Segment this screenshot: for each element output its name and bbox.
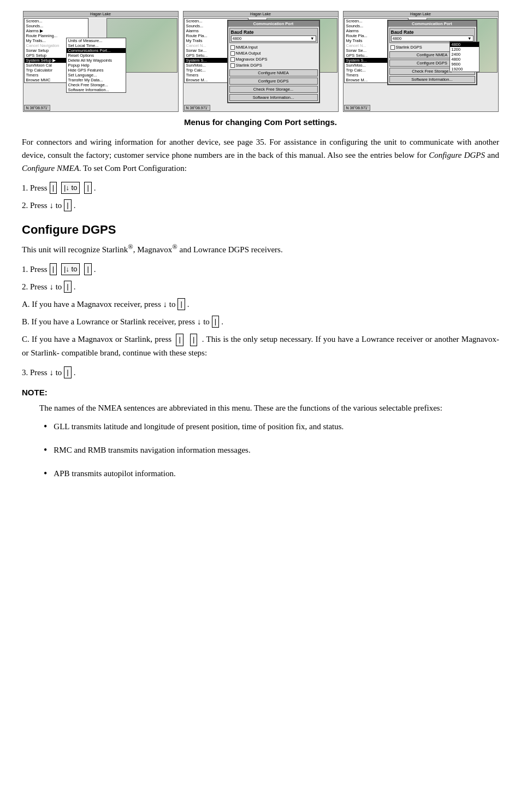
menu-item-alarms: Alarms ▶ bbox=[25, 28, 88, 33]
screen2-btn-configure-nmea: Configure NMEA bbox=[229, 69, 318, 76]
dgps-sb-text: B. If you have a Lowrance or Starlink re… bbox=[22, 315, 210, 328]
bl-2400: 2400 bbox=[450, 52, 479, 57]
screen3-title: Hagan Lake bbox=[410, 12, 431, 16]
dgps-sc-key2: | bbox=[190, 334, 197, 346]
bullet-list: • GLL transmits latitude and longitude o… bbox=[44, 420, 499, 481]
screen2-baud-section: Baud Rate 4800 ▼ bbox=[229, 28, 318, 43]
screen3-baud-value: 4800 bbox=[393, 36, 402, 41]
bullet-gll-text: GLL transmits latitude and longitude of … bbox=[54, 420, 344, 433]
menu-item-screen: Screen... bbox=[25, 19, 88, 23]
step1-end: . bbox=[94, 181, 96, 194]
sub-reset: Reset Options bbox=[67, 53, 126, 58]
dgps-s2-text: 2. Press ↓ to bbox=[22, 280, 62, 293]
dgps-s1-text: 1. Press bbox=[22, 263, 48, 276]
sub-hide: Hide GPS Features bbox=[67, 68, 126, 73]
screen2-baud-label: Baud Rate bbox=[231, 29, 316, 35]
figure-caption: Menus for changing Com Port settings. bbox=[22, 117, 499, 127]
screen2-baud-value: 4800 bbox=[233, 36, 242, 41]
screen1-header: Hagan Lake bbox=[23, 11, 178, 17]
dgps-sa-key1: | bbox=[177, 298, 185, 311]
step1-number: 1. Press bbox=[22, 181, 48, 194]
sub-popup: Popup Help bbox=[67, 63, 126, 68]
screenshots-row: Hagan Lake Screen... Sounds... Alarms ▶ … bbox=[22, 11, 499, 112]
dgps-sa-end: . bbox=[187, 298, 190, 311]
screen3-baud-label: Baud Rate bbox=[391, 29, 473, 35]
dgps-sb-end: . bbox=[221, 315, 223, 328]
screen2-cb-nmea-input-label: NMEA Input bbox=[236, 45, 258, 50]
bl-19200: 19200 bbox=[450, 67, 479, 72]
note-label: NOTE: bbox=[22, 388, 499, 397]
step2-key1: | bbox=[64, 199, 71, 212]
step1-key3: | bbox=[84, 182, 91, 194]
screen2-cb-nmea-output: NMEA Output bbox=[229, 50, 318, 56]
screen2-title: Hagan Lake bbox=[250, 12, 271, 16]
bl-1200: 1200 bbox=[450, 47, 479, 52]
bullet-rmc: • RMC and RMB transmits navigation infor… bbox=[44, 443, 499, 458]
screen3-coords: N 36°08.971' bbox=[344, 105, 370, 111]
screen2-cb-magnavox-box bbox=[230, 57, 235, 62]
screen3-comm-overlay: Communication Port Baud Rate 4800 ▼ 4800… bbox=[387, 20, 477, 85]
sub-transfer: Transfer My Data... bbox=[67, 78, 126, 82]
screen3-cb-starlink-box bbox=[390, 45, 395, 50]
step1-key1: | bbox=[50, 182, 57, 194]
screenshot-2: Hagan Lake Screen... Sounds... Alarms Ro… bbox=[183, 11, 339, 112]
bullet-gll: • GLL transmits latitude and longitude o… bbox=[44, 420, 499, 435]
screen1-title: Hagan Lake bbox=[90, 12, 111, 16]
dgps-s3-end: . bbox=[74, 366, 76, 379]
dgps-s1-end: . bbox=[94, 263, 96, 276]
bullet-dot-3: • bbox=[44, 466, 47, 482]
screen2-cb-starlink-label: Starlink DGPS bbox=[236, 63, 262, 68]
dgps-s3-key1: | bbox=[64, 366, 71, 379]
step2-end: . bbox=[74, 199, 76, 212]
sub-lang: Set Language... bbox=[67, 73, 126, 78]
dgps-step-c: C. If you have a Magnavox or Starlink, p… bbox=[22, 333, 499, 359]
bl-4800: 4800 bbox=[450, 57, 479, 62]
screen3-btn-sw-info: Software Information... bbox=[389, 76, 475, 83]
intro-paragraph: For connectors and wiring information fo… bbox=[22, 135, 499, 175]
sub-delete: Delete All My Waypoints bbox=[67, 58, 126, 63]
screen2-coords: N 36°08.971' bbox=[184, 105, 210, 111]
comport-step-1: 1. Press | |↓ to | . bbox=[22, 181, 499, 194]
dgps-sa-text: A. If you have a Magnavox receiver, pres… bbox=[22, 298, 175, 311]
dgps-s2-key1: | bbox=[64, 281, 71, 293]
screenshot-3: Hagan Lake Screen... Sounds... Alarms Ro… bbox=[343, 11, 499, 112]
screen3-baud-list: 4800 1200 2400 4800 9600 19200 bbox=[449, 42, 479, 72]
screen2-cb-nmea-output-label: NMEA Output bbox=[236, 51, 261, 56]
bullet-apb-text: APB transmits autopilot information. bbox=[54, 467, 175, 480]
sub-info: Software Information... bbox=[67, 87, 126, 92]
screen2-comm-overlay: Communication Port Baud Rate 4800 ▼ NMEA… bbox=[227, 20, 320, 103]
dgps-sc-key1: | bbox=[176, 334, 183, 346]
screen2-baud-arrow: ▼ bbox=[310, 36, 314, 41]
screen2-cb-nmea-input: NMEA Input bbox=[229, 44, 318, 50]
screen2-cb-starlink: Starlink DGPS bbox=[229, 62, 318, 68]
bl-4800-sel: 4800 bbox=[450, 42, 479, 47]
dgps-sb-key1: | bbox=[212, 316, 219, 328]
dgps-step-1: 1. Press | |↓ to | . bbox=[22, 263, 499, 276]
screen2-comm-title: Communication Port bbox=[228, 21, 319, 27]
bullet-dot-1: • bbox=[44, 419, 47, 435]
dgps-s2-end: . bbox=[74, 280, 76, 293]
step1-key2: |↓ to bbox=[61, 182, 80, 194]
note-text: The names of the NMEA sentences are abbr… bbox=[39, 401, 499, 414]
dgps-step-3: 3. Press ↓ to | . bbox=[22, 366, 499, 379]
screen2-cb-magnavox-label: Magnavox DGPS bbox=[236, 57, 268, 62]
screen3-comm-title: Communication Port bbox=[388, 21, 476, 27]
screen1-coords: N 36°08.971' bbox=[24, 105, 50, 111]
sub-comm: Communications Port... bbox=[67, 48, 126, 53]
screen2-cb-starlink-box bbox=[230, 63, 235, 68]
screenshot-1: Hagan Lake Screen... Sounds... Alarms ▶ … bbox=[23, 11, 179, 112]
configure-dgps-title: Configure DGPS bbox=[22, 223, 499, 237]
sub-localtime: Set Local Time... bbox=[67, 43, 126, 48]
screen2-baud-dropdown: 4800 ▼ bbox=[231, 35, 316, 42]
screen1-submenu: Units of Measure... Set Local Time... Co… bbox=[66, 38, 126, 93]
bullet-rmc-text: RMC and RMB transmits navigation informa… bbox=[54, 443, 250, 457]
screen2-cb-magnavox: Magnavox DGPS bbox=[229, 56, 318, 62]
screen3-baud-dropdown: 4800 ▼ bbox=[391, 35, 473, 42]
screen2-btn-sw-info: Software Information... bbox=[229, 94, 318, 101]
screen2-cb-nmea-output-box bbox=[230, 51, 235, 56]
sub-storage: Check Free Storage... bbox=[67, 82, 126, 87]
comport-step-2: 2. Press ↓ to | . bbox=[22, 199, 499, 212]
dgps-s3-text: 3. Press ↓ to bbox=[22, 366, 62, 379]
screen2-header: Hagan Lake bbox=[183, 11, 338, 17]
screen3-comm-body: Baud Rate 4800 ▼ 4800 1200 2400 4800 960… bbox=[388, 27, 476, 84]
